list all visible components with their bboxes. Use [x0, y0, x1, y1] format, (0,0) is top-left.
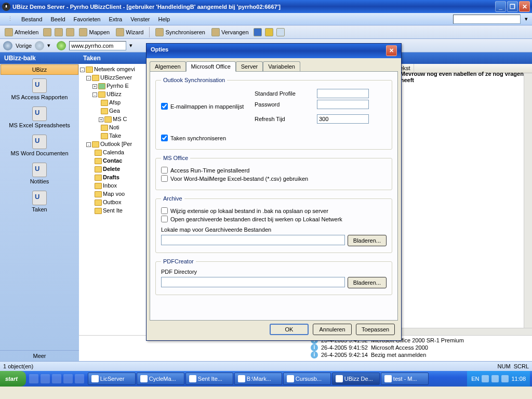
wizard-icon: [116, 28, 124, 36]
task-cursusb[interactable]: Cursusb...: [283, 373, 331, 385]
menu-venster[interactable]: Venster: [126, 15, 154, 23]
cancel-button[interactable]: Annuleren: [313, 324, 352, 335]
quick-launch: [26, 374, 87, 383]
input-refresh[interactable]: [317, 114, 369, 124]
menu-help[interactable]: Help: [154, 15, 175, 23]
key-icon[interactable]: [265, 28, 273, 36]
dialog-close-button[interactable]: ✕: [386, 45, 397, 56]
tab-algemeen[interactable]: Algemeen: [150, 61, 186, 71]
taskbar: start LicServer CycleMa... Sent Ite... B…: [0, 371, 532, 387]
tb-vervangen[interactable]: Vervangen: [210, 28, 250, 37]
search-icon[interactable]: [55, 28, 63, 36]
go-icon[interactable]: [57, 41, 66, 50]
sidebar-item-taken[interactable]: Taken: [0, 188, 79, 216]
print-icon[interactable]: [43, 28, 51, 36]
ql-icon[interactable]: [41, 374, 50, 383]
status-num: NUM: [498, 363, 511, 369]
chk-open-gearch[interactable]: [161, 216, 168, 222]
sidebar-header: UBizz-balk: [0, 52, 79, 64]
task-bmark[interactable]: B:\Mark...: [234, 373, 282, 385]
nav-vorige[interactable]: Vorige: [16, 43, 32, 49]
chk-taken-sync[interactable]: [161, 135, 168, 141]
legend-outlook: Outlook Synchronisation: [161, 77, 227, 83]
apply-button[interactable]: Toepassen: [356, 324, 395, 335]
input-password[interactable]: [317, 100, 369, 109]
tree[interactable]: -Netwerk omgevi -UBizzServer +Pyrrho E -…: [79, 64, 147, 335]
tray-icon[interactable]: [491, 375, 499, 382]
ql-icon[interactable]: [63, 374, 73, 383]
menu-extra[interactable]: Extra: [105, 15, 127, 23]
forward-icon[interactable]: [35, 41, 44, 50]
tb-mappen[interactable]: Mappen: [77, 28, 111, 37]
menu-bestand[interactable]: Bestand: [17, 15, 46, 23]
input-std-profile[interactable]: [317, 89, 369, 98]
dialog-titlebar: Opties ✕: [147, 44, 401, 58]
url-input[interactable]: [69, 41, 126, 50]
chk-word-mm[interactable]: [161, 175, 168, 182]
legend-pdf: PDFCreator: [161, 258, 196, 264]
chk-access-rt[interactable]: [161, 167, 168, 174]
sidebar-item-ubizz[interactable]: UBizz: [1, 64, 78, 75]
label-pdf-dir: PDF Directory: [161, 269, 387, 275]
group-outlook: Outlook Synchronisation E-mailmappen in …: [155, 77, 392, 150]
sidebar-more[interactable]: Meer: [0, 350, 79, 361]
menu-search-input[interactable]: [453, 15, 521, 24]
close-button[interactable]: ✕: [519, 1, 530, 12]
ok-button[interactable]: OK: [270, 324, 309, 335]
main-titlebar: U UBizz Demo Server - Pyrrho UBizzClient…: [0, 0, 532, 13]
dropdown-icon[interactable]: ▾: [47, 42, 50, 49]
pdf-browse-button[interactable]: Bladeren...: [348, 277, 387, 288]
tb-sync[interactable]: Synchroniseren: [154, 28, 206, 37]
sidebar-item-notities[interactable]: Notities: [0, 159, 79, 188]
input-archive-path[interactable]: [161, 235, 345, 245]
task-licserver[interactable]: LicServer: [88, 373, 136, 385]
minimize-button[interactable]: _: [495, 1, 506, 12]
back-icon[interactable]: [3, 41, 12, 50]
logout-icon: [5, 28, 13, 36]
tab-msoffice[interactable]: Microsoft Office: [186, 61, 236, 72]
scrollbar-v[interactable]: [524, 73, 532, 328]
chk-wijzig-ext[interactable]: [161, 207, 168, 214]
tb-afmelden[interactable]: Afmelden: [3, 28, 40, 37]
task-ubizzde[interactable]: UBizz De...: [332, 373, 380, 385]
sidebar-item-excel[interactable]: MS Excel Spreadsheets: [0, 103, 79, 131]
sidebar-item-word[interactable]: MS Word Documenten: [0, 131, 79, 159]
sync-icon: [155, 28, 164, 36]
task-sentite[interactable]: Sent Ite...: [185, 373, 233, 385]
group-pdfcreator: PDFCreator PDF Directory Bladeren...: [155, 258, 392, 295]
task-cyclema[interactable]: CycleMa...: [137, 373, 184, 385]
archive-browse-button[interactable]: Bladeren...: [348, 235, 387, 246]
log-row: i26-4-2005 9:42:14Bezig met aanmelden: [80, 351, 531, 358]
ql-icon[interactable]: [75, 374, 84, 383]
start-button[interactable]: start: [0, 371, 26, 387]
dialog-title: Opties: [151, 46, 168, 56]
tb-wizard[interactable]: Wizard: [114, 28, 145, 37]
task-test[interactable]: test - M...: [381, 373, 429, 385]
window-title: UBizz Demo Server - Pyrrho UBizzClient -…: [12, 4, 281, 10]
options-dialog: Opties ✕ Algemeen Microsoft Office Serve…: [146, 43, 402, 341]
menu-favorieten[interactable]: Favorieten: [70, 15, 105, 23]
info-icon: i: [311, 344, 318, 351]
label-lokale-map: Lokale map voor Gearchiveerde Bestanden: [161, 227, 387, 233]
sidebar: UBizz-balk UBizz MS Access Rapporten MS …: [0, 52, 79, 361]
tab-variabelen[interactable]: Variabelen: [263, 61, 300, 71]
notes-icon[interactable]: [66, 28, 74, 36]
status-scrl: SCRL: [514, 363, 529, 369]
url-dropdown-icon[interactable]: ▾: [129, 42, 132, 49]
tab-server[interactable]: Server: [236, 61, 263, 71]
open-icon[interactable]: [254, 28, 262, 36]
input-pdf-path[interactable]: [161, 277, 345, 287]
tray-icon[interactable]: [482, 375, 489, 382]
ql-icon[interactable]: [52, 374, 61, 383]
help-icon[interactable]: [276, 28, 285, 36]
legend-msoffice: MS Office: [161, 155, 190, 161]
status-objects: 1 object(en): [3, 363, 33, 369]
ql-icon[interactable]: [29, 374, 38, 383]
group-msoffice: MS Office Access Run-Time geïnstalleerd …: [155, 155, 392, 190]
maximize-button[interactable]: ❐: [507, 1, 518, 12]
chk-emailmappen[interactable]: [161, 103, 168, 110]
sidebar-item-access[interactable]: MS Access Rapporten: [0, 75, 79, 103]
tray-icon[interactable]: [501, 375, 509, 382]
tray-lang[interactable]: EN: [471, 376, 479, 382]
menu-beeld[interactable]: Beeld: [46, 15, 69, 23]
